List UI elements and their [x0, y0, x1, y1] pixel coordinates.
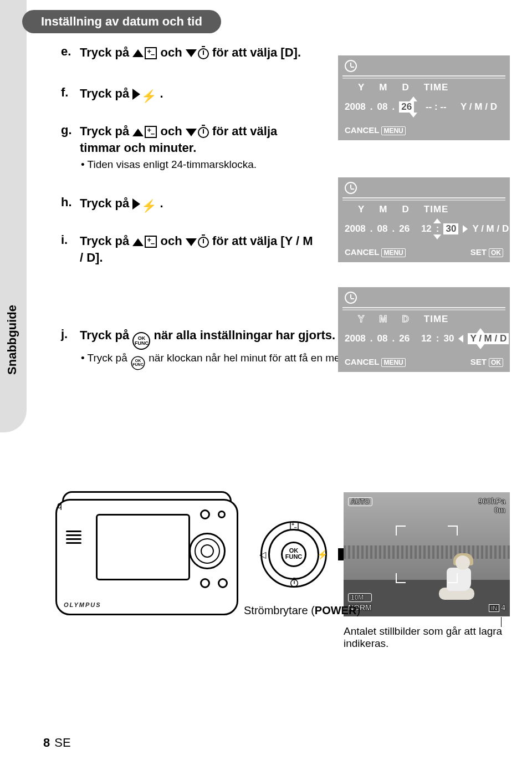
lbl-time: TIME — [424, 82, 449, 93]
af-frame-icon — [448, 573, 458, 583]
lbl-d: D — [402, 82, 410, 93]
up-arrow-icon — [433, 218, 441, 223]
camera-screen — [96, 514, 190, 580]
ok-func-button-icon: OKFUNC — [131, 356, 145, 370]
step-note: Tiden visas enligt 24-timmarsklocka. — [93, 159, 316, 171]
cancel-hint: CANCEL MENU — [345, 125, 406, 135]
self-timer-icon — [288, 578, 300, 589]
up-arrow-icon — [477, 328, 484, 333]
val-fmt: Y / M / D — [472, 223, 509, 234]
lbl-y: Y — [358, 204, 365, 215]
step-i: i. Tryck på och för att välja [Y / M / D… — [61, 233, 316, 266]
left-icon: ◁ — [259, 549, 266, 560]
val-mon: 08 — [377, 223, 388, 234]
lbl-m: M — [379, 82, 387, 93]
step-g: g. Tryck på och för att välja timmar och… — [61, 123, 316, 170]
up-icon — [132, 238, 144, 246]
self-timer-icon — [198, 127, 209, 138]
lcd-panel-minutes: Y M D TIME 2008. 08. 26 12: 30 Y / M / D… — [338, 177, 510, 262]
section-title: Inställning av datum och tid — [22, 10, 221, 33]
val-hh: 12 — [421, 333, 432, 344]
txt: . — [160, 86, 163, 100]
lcd-panel-day: Y M D TIME 2008. 08. 26 -- : -- Y / M / … — [338, 55, 510, 140]
camera-button — [218, 511, 226, 518]
txt: Tryck på — [80, 124, 132, 138]
exp-comp-icon — [145, 47, 157, 59]
clock-icon — [345, 292, 357, 304]
step-letter: i. — [61, 233, 80, 247]
step-e: e. Tryck på och för att välja [D]. — [61, 44, 316, 61]
down-arrow-icon — [433, 234, 441, 239]
lbl-d: D — [402, 204, 410, 215]
page-number: 8SE — [43, 736, 71, 750]
left-arrow-icon — [458, 335, 463, 343]
txt: Tryck på — [80, 234, 132, 248]
menu-icon: MENU — [381, 248, 405, 257]
step-text: Tryck på och för att välja timmar och mi… — [80, 123, 316, 156]
right-arrow-icon — [463, 225, 468, 233]
txt: när alla inställningar har gjorts. — [154, 328, 336, 342]
camera-illustration: OLYMPUS q — [55, 499, 238, 615]
osd-altitude: 0m — [478, 506, 505, 514]
dpad-enlarged: OKFUNC ◁ ⚡ — [260, 521, 327, 588]
flash-icon: ⚡ — [141, 198, 156, 215]
set-hint: SET OK — [470, 247, 503, 257]
af-frame-icon — [448, 526, 458, 535]
down-arrow-icon — [410, 113, 417, 118]
down-icon — [186, 238, 197, 246]
step-letter: h. — [61, 195, 80, 210]
txt: Tryck på — [88, 352, 130, 364]
val-day: 26 — [399, 101, 414, 113]
val-time: -- : -- — [426, 101, 447, 113]
val-mm: 30 — [443, 333, 454, 344]
clock-icon — [345, 60, 357, 72]
osd-storage: IN4 — [489, 603, 505, 612]
lbl-m: M — [379, 314, 387, 325]
camera-button — [200, 509, 210, 519]
exp-comp-icon — [287, 520, 300, 532]
right-icon — [132, 89, 140, 100]
up-arrow-icon — [410, 96, 417, 101]
ok-icon: OK — [489, 248, 503, 257]
exp-comp-icon — [145, 126, 157, 138]
lbl-y: Y — [358, 82, 365, 93]
val-fmt: Y / M / D — [461, 101, 497, 113]
ok-icon: OK — [489, 358, 503, 367]
lbl-time: TIME — [424, 204, 449, 215]
exp-comp-icon — [145, 236, 157, 248]
self-timer-icon — [198, 237, 209, 248]
preview-photo: AUTO 960hPa 0m 10M NORM IN4 — [344, 492, 510, 616]
val-mm: 30 — [443, 223, 458, 234]
step-letter: e. — [61, 44, 80, 59]
step-text: Tryck på ⚡ . — [80, 85, 163, 105]
val-mon: 08 — [377, 333, 388, 344]
step-letter: g. — [61, 123, 80, 137]
photo-caption: Antalet stillbilder som går att lagra in… — [344, 625, 510, 650]
txt: för att välja [D]. — [212, 45, 301, 59]
cancel-hint: CANCEL MENU — [345, 357, 406, 366]
up-icon — [132, 129, 144, 136]
osd-resolution: 10M — [348, 593, 372, 602]
val-year: 2008 — [345, 101, 366, 113]
lbl-m: M — [379, 204, 387, 215]
down-arrow-icon — [477, 344, 484, 349]
step-f: f. Tryck på ⚡ . — [61, 85, 316, 105]
txt: Tryck på — [80, 45, 132, 59]
af-frame-icon — [396, 526, 406, 535]
flash-icon: ⚡ — [317, 549, 328, 560]
osd-auto: AUTO — [348, 497, 372, 506]
val-day: 26 — [399, 223, 410, 234]
step-h: h. Tryck på ⚡ . — [61, 195, 316, 215]
osd-env: 960hPa 0m — [478, 497, 505, 514]
txt: och — [161, 234, 186, 248]
self-timer-icon — [198, 48, 209, 59]
step-letter: f. — [61, 85, 80, 100]
right-icon — [132, 198, 140, 210]
val-day: 26 — [399, 333, 410, 344]
lbl-time: TIME — [424, 314, 449, 325]
step-text: Tryck på och för att välja [D]. — [80, 44, 301, 61]
camera-button — [218, 578, 228, 588]
menu-icon: MENU — [381, 358, 405, 367]
camera-button — [200, 578, 210, 588]
val-fmt: Y / M / D — [468, 333, 509, 344]
